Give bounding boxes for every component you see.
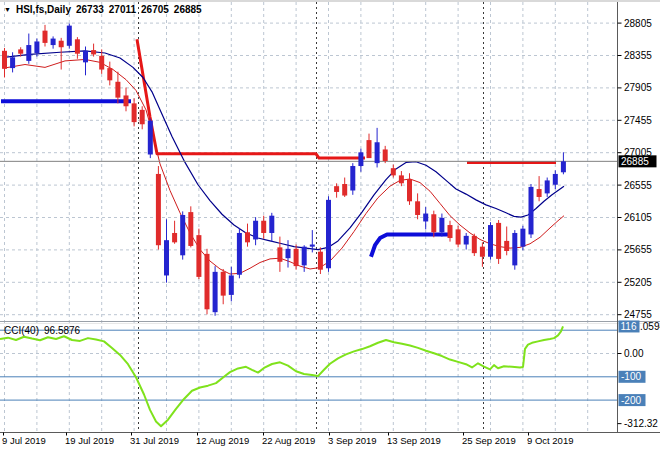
drawn-objects (1, 39, 556, 256)
time-axis-label: 12 Aug 2019 (196, 435, 249, 446)
price-axis-label: 28355 (624, 50, 652, 61)
gridlines (0, 2, 618, 432)
time-axis-label: 9 Jul 2019 (2, 435, 46, 446)
candle (561, 161, 566, 172)
time-axis-label: 22 Aug 2019 (262, 435, 315, 446)
candle (18, 49, 23, 53)
candle (310, 245, 315, 247)
cci-value-tag-rest: .0594 (640, 321, 660, 332)
time-axis-label: 3 Sep 2019 (328, 435, 377, 446)
candle (286, 249, 291, 258)
candle (431, 214, 436, 232)
candle (205, 254, 210, 309)
candle (545, 180, 550, 193)
candle (375, 142, 380, 163)
candle (221, 272, 226, 296)
price-axis-label: 25655 (624, 244, 652, 255)
candle (124, 95, 129, 106)
price-axis-label: 27455 (624, 115, 652, 126)
candle (448, 225, 453, 238)
candle (496, 223, 501, 259)
candle (383, 149, 388, 161)
candle (156, 174, 161, 245)
candle (326, 200, 331, 268)
candle (367, 140, 372, 158)
candle (423, 214, 428, 222)
candle (132, 103, 137, 122)
price-chart-canvas[interactable]: 2880528355279052745527005265552610525655… (0, 2, 660, 450)
cci-axis-label: -312.32 (624, 418, 658, 429)
ohlc-high: 27011 (109, 4, 136, 15)
candles-layer (2, 23, 566, 315)
candle (334, 186, 339, 192)
candle (391, 168, 396, 175)
cci-value-tag-text: 116 (621, 321, 637, 332)
cci-axis: 0.00-312.32-100-200116.0594 (618, 320, 660, 429)
candle (180, 215, 185, 255)
candle (196, 235, 201, 277)
time-axis: 9 Jul 201919 Jul 201931 Jul 201912 Aug 2… (2, 433, 573, 447)
indicator-name: CCI(40) (4, 325, 39, 336)
candle (237, 233, 242, 275)
candle (10, 57, 15, 68)
candle (148, 121, 153, 155)
cci-level-tag-text: -100 (621, 371, 641, 382)
ohlc-open: 26733 (76, 4, 104, 15)
candle (43, 31, 48, 43)
candle (480, 247, 485, 257)
ohlc-close: 26885 (174, 4, 202, 15)
candle (504, 241, 509, 251)
candle (350, 166, 355, 190)
candle (261, 221, 266, 233)
price-axis-label: 24755 (624, 309, 652, 320)
candle (75, 39, 80, 53)
symbol-name: HSI,fs,Daily (16, 4, 71, 15)
time-axis-label: 31 Jul 2019 (130, 435, 179, 446)
candle (51, 39, 56, 45)
candle (188, 212, 193, 246)
symbol-dropdown-icon[interactable]: ▼ (4, 5, 11, 15)
candle (115, 82, 120, 98)
chart-window: 2880528355279052745527005265552610525655… (0, 0, 660, 450)
indicator-readout: CCI(40) 96.5876 (4, 325, 80, 336)
candle (269, 216, 274, 233)
time-axis-label: 19 Jul 2019 (65, 435, 114, 446)
candle (107, 68, 112, 80)
candle (277, 247, 282, 261)
candle (26, 45, 31, 61)
candle (529, 187, 534, 235)
candle (229, 275, 234, 294)
candle (488, 225, 493, 257)
price-axis-label: 28805 (624, 18, 652, 29)
candle (439, 218, 444, 232)
candle (472, 236, 477, 253)
cci-axis-label: 0.00 (624, 348, 644, 359)
candle (415, 201, 420, 215)
candle (553, 174, 558, 185)
candle (172, 233, 177, 242)
candle (140, 110, 145, 124)
candle (67, 26, 72, 46)
candle (253, 221, 258, 240)
candle (294, 249, 299, 266)
candle (83, 51, 88, 63)
ohlc-low: 26705 (141, 4, 169, 15)
symbol-ohlc-readout: ▼ HSI,fs,Daily 26733 27011 26705 26885 (4, 4, 202, 15)
candle (213, 272, 218, 312)
candle (318, 252, 323, 270)
time-axis-label: 13 Sep 2019 (387, 435, 441, 446)
candle (464, 236, 469, 245)
candle (99, 56, 104, 70)
time-axis-label: 9 Oct 2019 (527, 435, 573, 446)
cci-level-tag-text: -200 (621, 395, 641, 406)
price-axis-label: 27905 (624, 82, 652, 93)
candle (358, 152, 363, 166)
candle (456, 229, 461, 244)
candle (512, 233, 517, 265)
candle (302, 247, 307, 266)
candle (245, 232, 250, 242)
price-axis-label: 25205 (624, 277, 652, 288)
price-axis-label: 26105 (624, 212, 652, 223)
current-price-tag: 26885 (619, 155, 657, 167)
candle (342, 184, 347, 196)
